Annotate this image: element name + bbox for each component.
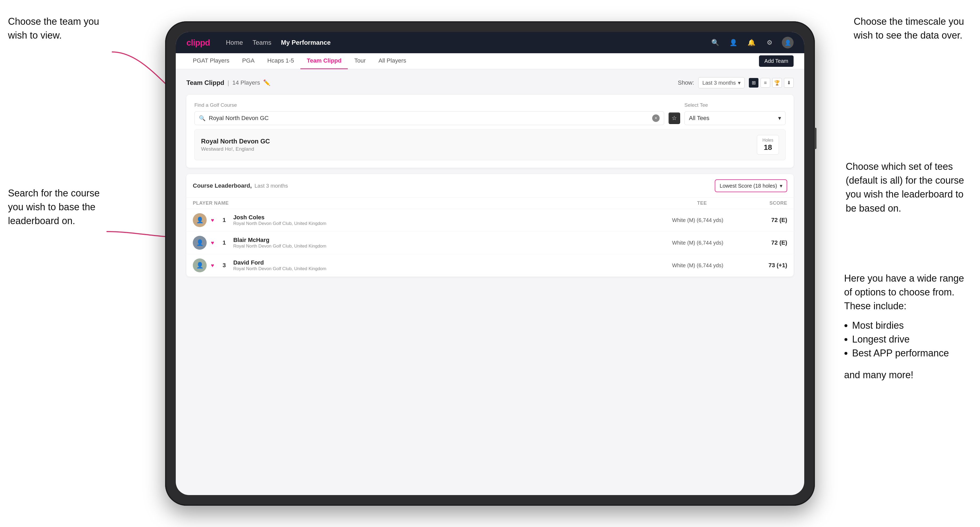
col-score: SCORE	[745, 200, 787, 206]
table-row: 👤 ♥ 1 Blair McHarg Royal North Devon Gol…	[186, 232, 794, 254]
player-rank-2: 1	[220, 239, 229, 246]
tablet-device: clippd Home Teams My Performance 🔍 👤 🔔 ⚙…	[165, 21, 815, 506]
tab-pgat-players[interactable]: PGAT Players	[186, 53, 236, 69]
nav-my-performance[interactable]: My Performance	[281, 39, 331, 46]
dropdown-chevron-icon: ▾	[738, 79, 741, 86]
annotation-top-left: Choose the team you wish to view.	[8, 14, 99, 42]
leaderboard-header: Course Leaderboard, Last 3 months Lowest…	[186, 174, 794, 198]
edit-team-icon[interactable]: ✏️	[263, 79, 270, 86]
tab-bar: PGAT Players PGA Hcaps 1-5 Team Clippd T…	[176, 53, 804, 69]
holes-box: Holes 18	[757, 135, 779, 155]
tablet-screen: clippd Home Teams My Performance 🔍 👤 🔔 ⚙…	[176, 32, 804, 495]
tab-tour[interactable]: Tour	[348, 53, 372, 69]
player-rank-3: 3	[220, 262, 229, 269]
player-avatar-1: 👤	[193, 213, 207, 227]
leaderboard-section: Course Leaderboard, Last 3 months Lowest…	[186, 174, 794, 276]
tee-select[interactable]: All Tees ▾	[684, 111, 786, 125]
tab-all-players[interactable]: All Players	[372, 53, 412, 69]
nav-home[interactable]: Home	[226, 39, 243, 46]
bullet-3: Best APP performance	[852, 346, 964, 360]
team-header: Team Clippd | 14 Players ✏️ Show: Last 3…	[186, 77, 794, 88]
list-view-button[interactable]: ≡	[760, 78, 770, 87]
users-button[interactable]: 👤	[727, 37, 739, 48]
search-card: Find a Golf Course Select Tee 🔍 × ☆ All …	[186, 95, 794, 168]
player-tee-1: White (M) (6,744 yds)	[655, 217, 740, 223]
bullet-1: Most birdies	[852, 319, 964, 332]
holes-value: 18	[762, 143, 773, 152]
show-label: Show:	[678, 79, 694, 86]
annotation-bottom-right: Here you have a wide range of options to…	[844, 271, 964, 382]
player-name-3: David Ford	[233, 259, 651, 266]
period-value: Last 3 months	[702, 80, 736, 86]
select-tee-label: Select Tee	[684, 102, 786, 108]
tab-pga[interactable]: PGA	[236, 53, 261, 69]
score-type-dropdown[interactable]: Lowest Score (18 holes) ▾	[715, 179, 787, 192]
tab-team-clippd[interactable]: Team Clippd	[301, 53, 348, 69]
table-row: 👤 ♥ 1 Josh Coles Royal North Devon Golf …	[186, 209, 794, 232]
trophy-view-button[interactable]: 🏆	[772, 78, 782, 87]
player-tee-3: White (M) (6,744 yds)	[655, 262, 740, 268]
holes-label: Holes	[762, 138, 773, 143]
heart-icon-1: ♥	[211, 217, 214, 223]
course-name: Royal North Devon GC	[201, 138, 270, 145]
heart-icon-3: ♥	[211, 262, 214, 268]
search-input-wrap: 🔍 ×	[194, 111, 664, 125]
player-info-3: David Ford Royal North Devon Golf Club, …	[233, 259, 651, 271]
navigation-bar: clippd Home Teams My Performance 🔍 👤 🔔 ⚙…	[176, 32, 804, 53]
settings-button[interactable]: ⚙	[764, 37, 775, 48]
leaderboard-columns: PLAYER NAME TEE SCORE	[186, 198, 794, 209]
table-row: 👤 ♥ 3 David Ford Royal North Devon Golf …	[186, 254, 794, 276]
search-row: 🔍 × ☆ All Tees ▾	[194, 111, 786, 125]
course-info: Royal North Devon GC Westward Ho!, Engla…	[201, 138, 270, 152]
search-labels: Find a Golf Course Select Tee	[194, 102, 786, 108]
player-score-1: 72 (E)	[745, 217, 787, 224]
leaderboard-title-area: Course Leaderboard, Last 3 months	[193, 182, 288, 189]
team-pipe: |	[228, 79, 229, 86]
player-info-1: Josh Coles Royal North Devon Golf Club, …	[233, 214, 651, 226]
team-player-count: 14 Players	[232, 79, 260, 86]
notifications-button[interactable]: 🔔	[746, 37, 757, 48]
and-more-text: and many more!	[844, 368, 964, 382]
tee-chevron-icon: ▾	[778, 115, 781, 122]
player-score-3: 73 (+1)	[745, 262, 787, 269]
app-logo: clippd	[186, 38, 210, 48]
clear-search-button[interactable]: ×	[652, 114, 660, 122]
player-name-1: Josh Coles	[233, 214, 651, 221]
nav-icons: 🔍 👤 🔔 ⚙ 👤	[710, 37, 794, 48]
player-avatar-2: 👤	[193, 236, 207, 250]
tee-value: All Tees	[689, 115, 710, 122]
find-course-label: Find a Golf Course	[194, 102, 237, 108]
player-rank-1: 1	[220, 217, 229, 224]
download-button[interactable]: ⬇	[784, 78, 794, 87]
player-tee-2: White (M) (6,744 yds)	[655, 240, 740, 246]
score-dropdown-chevron-icon: ▾	[780, 183, 783, 189]
course-search-input[interactable]	[209, 115, 649, 122]
nav-links: Home Teams My Performance	[226, 39, 331, 46]
player-club-2: Royal North Devon Golf Club, United King…	[233, 243, 651, 249]
leaderboard-period: Last 3 months	[255, 183, 288, 189]
player-club-3: Royal North Devon Golf Club, United King…	[233, 266, 651, 271]
annotation-mid-right-tee: Choose which set of tees (default is all…	[846, 160, 964, 215]
col-player-name: PLAYER NAME	[193, 200, 659, 206]
annotation-mid-left: Search for the course you wish to base t…	[8, 186, 100, 228]
show-row: Show: Last 3 months ▾ ⊞ ≡ 🏆 ⬇	[678, 77, 794, 88]
add-team-button[interactable]: Add Team	[759, 56, 794, 67]
nav-teams[interactable]: Teams	[253, 39, 271, 46]
score-type-value: Lowest Score (18 holes)	[719, 183, 777, 189]
favorite-button[interactable]: ☆	[668, 112, 680, 124]
annotation-top-right: Choose the timescale you wish to see the…	[854, 14, 964, 42]
leaderboard-title: Course Leaderboard,	[193, 182, 252, 189]
player-score-2: 72 (E)	[745, 239, 787, 246]
view-icons: ⊞ ≡ 🏆 ⬇	[749, 78, 794, 87]
course-result: Royal North Devon GC Westward Ho!, Engla…	[194, 129, 786, 160]
tab-hcaps[interactable]: Hcaps 1-5	[261, 53, 301, 69]
col-tee: TEE	[659, 200, 745, 206]
period-dropdown[interactable]: Last 3 months ▾	[698, 77, 745, 88]
search-icon: 🔍	[199, 115, 205, 121]
user-avatar[interactable]: 👤	[782, 37, 794, 48]
player-info-2: Blair McHarg Royal North Devon Golf Club…	[233, 237, 651, 249]
grid-view-button[interactable]: ⊞	[749, 78, 759, 87]
player-avatar-3: 👤	[193, 259, 207, 272]
bullet-2: Longest drive	[852, 332, 964, 346]
search-button[interactable]: 🔍	[710, 37, 721, 48]
